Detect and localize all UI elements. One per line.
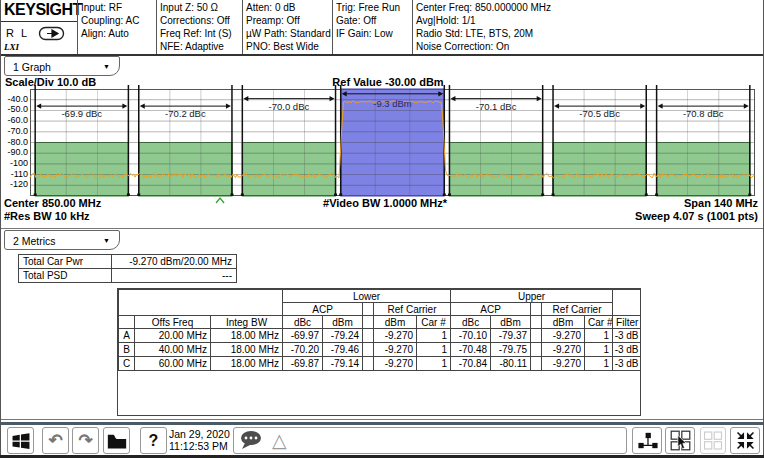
spacer-cell: [531, 303, 542, 316]
col-header-dbc: dBc: [283, 316, 323, 329]
metrics-selector-label: 2 Metrics: [13, 235, 56, 247]
spacer-cell: [531, 329, 542, 343]
ref-value-label: Ref Value -30.00 dBm: [288, 76, 488, 88]
message-bar[interactable]: △: [233, 427, 627, 454]
spacer-cell: [363, 357, 374, 371]
y-tick-label: -120: [1, 180, 28, 189]
limit-band: [553, 143, 646, 197]
freqref-status: Freq Ref: Int (S): [160, 27, 240, 40]
spectrum-plot[interactable]: -69.9 dBc-70.2 dBc-70.0 dBc-70.1 dBc-70.…: [30, 89, 755, 205]
spacer-cell: [363, 329, 374, 343]
cell: -80.11: [491, 357, 531, 371]
header-col-inputz: Input Z: 50 Ω Corrections: Off Freq Ref:…: [160, 1, 240, 53]
acp-subheader: ACP: [451, 303, 531, 316]
acp-table: Lower Upper ACP Ref Carrier ACP Ref Carr…: [118, 289, 641, 371]
gate-status: Gate: Off: [336, 14, 410, 27]
noisecorr-status: Noise Correction: On: [416, 40, 760, 53]
fullscreen-toggle-button[interactable]: [730, 427, 760, 454]
cell: 1: [417, 357, 451, 371]
offset-dbc-label: -70.5 dBc: [579, 108, 620, 119]
header-col-trig: Trig: Free Run Gate: Off IF Gain: Low: [336, 1, 410, 40]
filter-cell: -3 dB: [613, 357, 641, 371]
input-status: Input: RF: [81, 1, 155, 14]
file-button[interactable]: [103, 427, 130, 454]
limit-band: [139, 143, 232, 197]
cell: 1: [585, 357, 613, 371]
redo-icon: ↷: [78, 432, 92, 449]
col-header-dbm: dBm: [374, 316, 417, 329]
offset-dbc-label: -70.2 dBc: [165, 108, 206, 119]
cell: 40.00 MHz: [135, 343, 211, 357]
graph-selector-dropdown[interactable]: 1 Graph ▼: [4, 56, 120, 76]
window-grid-icon: [702, 430, 724, 451]
row-label: B: [119, 343, 135, 357]
metrics-panel-border: [0, 419, 764, 420]
ifgain-status: IF Gain: Low: [336, 27, 410, 40]
cell: -79.46: [323, 343, 363, 357]
cell: 1: [417, 329, 451, 343]
windows-icon: [9, 430, 33, 452]
help-button[interactable]: ?: [140, 427, 167, 454]
analyzer-screen: KEYSIGHT R L LXI Input: RF Coupling: AC …: [0, 0, 764, 458]
boundary-dot: [748, 194, 751, 197]
graph-panel-border: [0, 228, 764, 229]
header-divider: [156, 0, 157, 55]
boundary-dot: [339, 194, 342, 197]
table-row: Total PSD ---: [19, 269, 237, 283]
col-header-dbm: dBm: [542, 316, 585, 329]
atten-status: Atten: 0 dB: [246, 1, 330, 14]
col-header-dbc: dBc: [451, 316, 491, 329]
chevron-down-icon: ▼: [103, 231, 110, 251]
nfe-status: NFE: Adaptive: [160, 40, 240, 53]
help-icon: ?: [149, 432, 159, 450]
y-tick-label: -100: [1, 159, 28, 168]
spacer-cell: [531, 343, 542, 357]
window-grid-pointer-icon: [668, 429, 693, 452]
ref-carrier-subheader: Ref Carrier: [542, 303, 613, 316]
header-col-input: Input: RF Coupling: AC Align: Auto: [81, 1, 155, 40]
date-text: Jan 29, 2020: [169, 428, 230, 440]
cell: -70.10: [451, 329, 491, 343]
uwpath-status: µW Path: Standard: [246, 27, 330, 40]
folder-icon: [105, 431, 129, 451]
cell: -9.270: [542, 357, 585, 371]
header-divider: [77, 0, 78, 55]
logo-divider: [0, 21, 77, 22]
table-row: Offs Freq Integ BW dBc dBm dBm Car # dBc…: [119, 316, 641, 329]
y-tick-label: -90.0: [1, 148, 28, 157]
col-header-car: Car #: [585, 316, 613, 329]
redo-button[interactable]: ↷: [72, 427, 99, 454]
undo-button[interactable]: ↶: [42, 427, 69, 454]
cell: 18.00 MHz: [211, 329, 283, 343]
metrics-selector-dropdown[interactable]: 2 Metrics ▼: [4, 230, 120, 250]
cell: -9.270: [542, 343, 585, 357]
graph-selector-label: 1 Graph: [13, 61, 51, 73]
table-row-a: A 20.00 MHz 18.00 MHz -69.97 -79.24 -9.2…: [119, 329, 641, 343]
total-car-pwr-value: -9.270 dBm/20.00 MHz: [112, 255, 237, 269]
total-psd-value: ---: [112, 269, 237, 283]
filter-cell: -3 dB: [613, 343, 641, 357]
boundary-dot: [127, 194, 130, 197]
cell: -9.270: [374, 357, 417, 371]
ref-carrier-subheader: Ref Carrier: [374, 303, 451, 316]
boundary-dot: [241, 194, 244, 197]
block-diagram-button[interactable]: [632, 427, 662, 454]
corrections-status: Corrections: Off: [160, 14, 240, 27]
messages-bubble-icon: [239, 430, 266, 451]
cell: -69.87: [283, 357, 323, 371]
cell: 18.00 MHz: [211, 357, 283, 371]
trig-status: Trig: Free Run: [336, 1, 410, 14]
row-label: A: [119, 329, 135, 343]
coupling-status: Coupling: AC: [81, 14, 155, 27]
boundary-dot: [552, 194, 555, 197]
limit-band: [657, 143, 750, 197]
windows-button[interactable]: [7, 427, 34, 454]
col-header-filter: Filter: [613, 316, 641, 329]
cell: 1: [585, 329, 613, 343]
power-summary-table: Total Car Pwr -9.270 dBm/20.00 MHz Total…: [18, 254, 237, 283]
spacer-cell: [363, 303, 374, 316]
block-diagram-icon: [635, 429, 660, 452]
pno-status: PNO: Best Wide: [246, 40, 330, 53]
y-tick-label: -40.0: [1, 95, 28, 104]
window-arrange-button[interactable]: [665, 427, 695, 454]
